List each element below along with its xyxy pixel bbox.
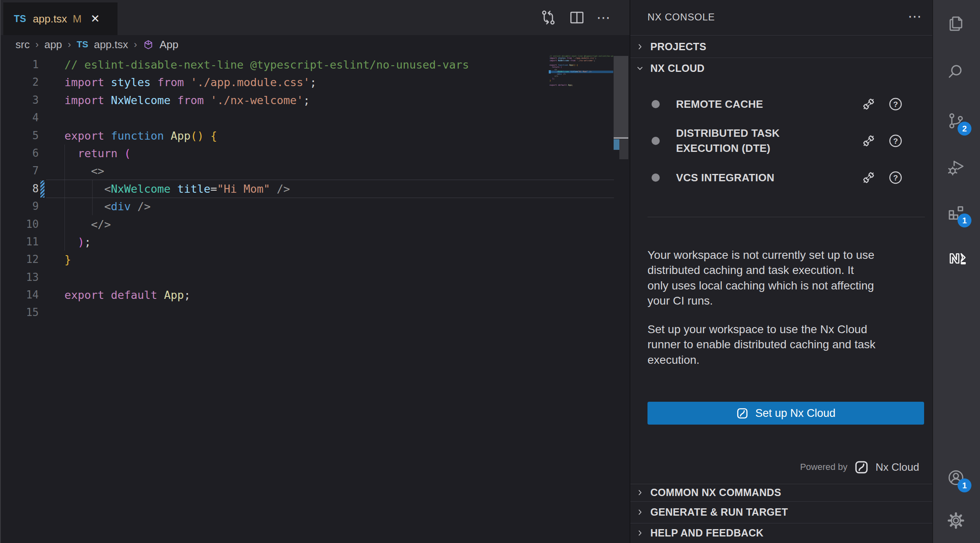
code-line[interactable]: 12}: [0, 251, 630, 268]
line-number[interactable]: 11: [0, 233, 39, 251]
code-editor[interactable]: 1// eslint-disable-next-line @typescript…: [0, 56, 630, 322]
line-number[interactable]: 15: [0, 304, 39, 321]
code-line[interactable]: 2import styles from './app.module.css';: [0, 73, 630, 91]
overview-ruler-modified-mark: [614, 139, 619, 150]
tab-bar: TS app.tsx M ✕ ⋯: [0, 0, 630, 35]
code-line[interactable]: 3import NxWelcome from './nx-welcome';: [0, 91, 630, 109]
window-left-edge: [0, 0, 1, 543]
open-changes-icon[interactable]: [539, 9, 557, 27]
code-line[interactable]: 7 <>: [0, 162, 630, 180]
search-icon[interactable]: [946, 62, 967, 83]
code-text: }: [39, 251, 71, 268]
minimap-line: [550, 86, 613, 88]
line-number[interactable]: 14: [0, 286, 39, 304]
code-line[interactable]: 10 </>: [0, 216, 630, 233]
help-question-icon[interactable]: ?: [887, 169, 904, 186]
line-number[interactable]: 13: [0, 269, 39, 286]
code-line[interactable]: 1// eslint-disable-next-line @typescript…: [0, 56, 630, 73]
breadcrumb-item[interactable]: app: [44, 38, 62, 51]
section-generate-run-target[interactable]: GENERATE & RUN TARGET: [630, 501, 933, 523]
code-text: import NxWelcome from './nx-welcome';: [39, 91, 310, 109]
chevron-right-icon: [636, 529, 644, 537]
source-control-icon[interactable]: 2: [946, 111, 967, 132]
line-number[interactable]: 6: [0, 145, 39, 162]
explorer-icon[interactable]: [946, 14, 967, 35]
code-text: );: [39, 233, 91, 251]
line-number[interactable]: 1: [0, 56, 39, 73]
line-number[interactable]: 10: [0, 216, 39, 233]
breadcrumb-item[interactable]: App: [160, 38, 178, 51]
editor-scrollbar[interactable]: [614, 56, 628, 138]
tab-app-tsx[interactable]: TS app.tsx M ✕: [3, 2, 118, 35]
minimap[interactable]: // eslint-disable-next-line @typescript-…: [550, 55, 613, 92]
code-line[interactable]: 9 <div />: [0, 198, 630, 215]
code-line[interactable]: 11 );: [0, 233, 630, 251]
section-help-and-feedback[interactable]: HELP AND FEEDBACK: [630, 523, 933, 543]
code-line[interactable]: 4: [0, 109, 630, 127]
breadcrumb-item[interactable]: app.tsx: [94, 38, 128, 51]
close-tab-icon[interactable]: ✕: [91, 12, 100, 25]
status-dot-icon: [652, 174, 660, 182]
line-number[interactable]: 8: [0, 180, 39, 198]
code-text: return (: [39, 145, 131, 162]
setup-nx-cloud-button[interactable]: Set up Nx Cloud: [647, 402, 924, 425]
split-editor-icon[interactable]: [568, 9, 586, 27]
code-text: <>: [39, 162, 104, 180]
line-number[interactable]: 3: [0, 91, 39, 109]
help-question-icon[interactable]: ?: [887, 133, 904, 149]
git-modified-badge: M: [73, 13, 82, 25]
nx-cloud-brand-label: Nx Cloud: [876, 461, 919, 474]
accounts-icon[interactable]: 1: [946, 468, 967, 489]
code-text: <div />: [39, 198, 151, 215]
tab-filename: app.tsx: [33, 13, 67, 25]
code-text: <NxWelcome title="Hi Mom" />: [39, 180, 290, 198]
connect-icon[interactable]: [860, 169, 877, 186]
help-question-icon[interactable]: ?: [887, 96, 904, 112]
nx-cloud-logo-icon: [736, 407, 749, 420]
code-text: [39, 269, 64, 286]
nx-console-panel: NX CONSOLE ⋯ PROJECTS NX CLOUD REMOTE CA…: [630, 0, 932, 543]
connect-icon[interactable]: [860, 96, 877, 112]
more-actions-icon[interactable]: ⋯: [596, 9, 610, 26]
editor-scrollbar-lower: [619, 139, 628, 159]
line-number[interactable]: 9: [0, 198, 39, 215]
section-common-nx-commands[interactable]: COMMON NX COMMANDS: [630, 484, 933, 501]
code-line[interactable]: 8 <NxWelcome title="Hi Mom" />: [0, 180, 630, 198]
code-line[interactable]: 15: [0, 304, 630, 321]
manage-settings-icon[interactable]: [946, 511, 967, 532]
section-label: GENERATE & RUN TARGET: [650, 506, 788, 518]
breadcrumb-separator: ›: [35, 39, 39, 50]
code-line[interactable]: 6 return (: [0, 145, 630, 162]
status-dot-icon: [652, 137, 660, 145]
line-number[interactable]: 5: [0, 127, 39, 145]
line-number[interactable]: 2: [0, 73, 39, 91]
item-label: DISTRIBUTED TASKEXECUTION (DTE): [676, 126, 813, 156]
code-line[interactable]: 5export function App() {: [0, 127, 630, 145]
svg-text:?: ?: [893, 100, 898, 109]
breadcrumb-item[interactable]: src: [16, 38, 30, 51]
section-nx-cloud[interactable]: NX CLOUD: [630, 58, 933, 78]
run-and-debug-icon[interactable]: [946, 158, 967, 179]
breadcrumb: src›app›TSapp.tsx›App: [0, 35, 630, 54]
nx-cloud-item-remote-cache: REMOTE CACHE?: [630, 93, 933, 115]
line-number[interactable]: 4: [0, 109, 39, 127]
code-text: // eslint-disable-next-line @typescript-…: [39, 56, 469, 73]
chevron-down-icon: [636, 65, 644, 72]
nx-cloud-item-distributed-task-execution-dte-: DISTRIBUTED TASKEXECUTION (DTE)?: [630, 122, 933, 160]
divider: [630, 35, 933, 36]
divider: [647, 217, 925, 217]
activity-bar: 211: [932, 0, 980, 543]
line-number[interactable]: 12: [0, 251, 39, 268]
connect-icon[interactable]: [860, 133, 877, 149]
nx-console-icon[interactable]: [946, 247, 967, 269]
nx-cloud-logo-icon: [854, 460, 869, 475]
extensions-icon[interactable]: 1: [946, 203, 967, 224]
section-label: COMMON NX COMMANDS: [650, 487, 781, 498]
code-line[interactable]: 13: [0, 269, 630, 286]
panel-more-actions-icon[interactable]: ⋯: [908, 8, 922, 24]
section-projects[interactable]: PROJECTS: [630, 36, 933, 57]
line-number[interactable]: 7: [0, 162, 39, 180]
code-text: [39, 304, 64, 321]
button-label: Set up Nx Cloud: [755, 407, 836, 420]
code-line[interactable]: 14export default App;: [0, 286, 630, 304]
